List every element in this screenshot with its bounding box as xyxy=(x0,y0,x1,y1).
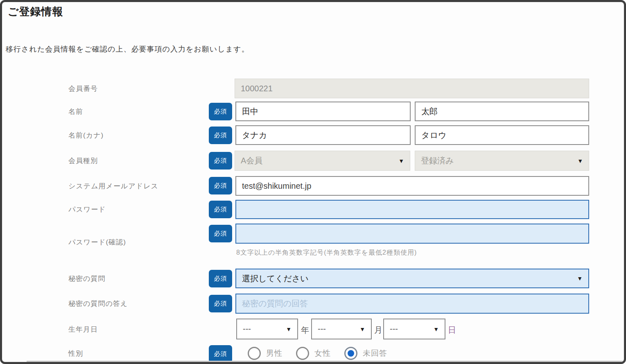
gender-radio-female[interactable]: 女性 xyxy=(296,347,331,360)
secret-answer-field[interactable] xyxy=(235,294,589,314)
last-kana-field[interactable] xyxy=(235,125,411,145)
chevron-down-icon: ▼ xyxy=(286,326,292,332)
member-status-value: 登録済み xyxy=(421,155,454,166)
required-badge: 必須 xyxy=(209,127,232,144)
month-suffix-label: 月 xyxy=(374,325,382,336)
required-badge: 必須 xyxy=(209,103,232,120)
registration-page: ご登録情報 移行された会員情報をご確認の上、必要事項の入力をお願いします。 会員… xyxy=(2,2,624,362)
year-suffix-label: 年 xyxy=(301,325,309,336)
birth-day-value: --- xyxy=(390,324,398,334)
secret-question-value: 選択してください xyxy=(242,273,309,284)
required-badge: 必須 xyxy=(209,295,232,312)
birth-month-value: --- xyxy=(318,324,326,334)
required-badge: 必須 xyxy=(209,177,232,194)
last-name-field[interactable] xyxy=(235,102,411,121)
kana-label: 名前(カナ) xyxy=(68,131,104,140)
birthdate-label: 生年月日 xyxy=(68,325,98,334)
gender-radio-noanswer[interactable]: 未回答 xyxy=(344,347,387,360)
member-type-label: 会員種別 xyxy=(68,156,98,165)
password-label: パスワード xyxy=(68,205,106,214)
page-subtitle: 移行された会員情報をご確認の上、必要事項の入力をお願いします。 xyxy=(6,44,249,54)
required-badge: 必須 xyxy=(209,270,232,287)
required-badge: 必須 xyxy=(209,201,232,218)
password-field[interactable] xyxy=(235,200,589,219)
radio-circle-icon xyxy=(296,347,309,360)
password-hint: 8文字以上の半角英数字記号(半角英数字を最低2種類使用) xyxy=(236,249,417,257)
required-badge: 必須 xyxy=(209,152,232,170)
required-badge: 必須 xyxy=(209,225,232,242)
member-no-label: 会員番号 xyxy=(68,84,98,93)
gender-option-label: 男性 xyxy=(266,348,282,359)
secret-answer-label: 秘密の質問の答え xyxy=(68,299,128,308)
member-type-select: A会員 ▼ xyxy=(235,151,410,171)
secret-question-select[interactable]: 選択してください ▼ xyxy=(235,269,589,288)
email-label: システム用メールアドレス xyxy=(68,181,158,191)
gender-radio-male[interactable]: 男性 xyxy=(248,347,282,360)
name-label: 名前 xyxy=(68,107,83,116)
first-name-field[interactable] xyxy=(415,102,589,121)
page-title: ご登録情報 xyxy=(8,5,63,19)
gender-label: 性別 xyxy=(68,349,83,358)
next-section-divider xyxy=(27,361,623,364)
member-no-field xyxy=(235,79,589,98)
gender-option-label: 女性 xyxy=(314,348,331,359)
radio-circle-icon xyxy=(248,347,261,360)
screenshot-frame: ご登録情報 移行された会員情報をご確認の上、必要事項の入力をお願いします。 会員… xyxy=(0,0,626,364)
required-badge: 必須 xyxy=(209,345,232,363)
secret-question-label: 秘密の質問 xyxy=(68,274,105,283)
chevron-down-icon: ▼ xyxy=(433,326,439,332)
birth-year-select[interactable]: --- ▼ xyxy=(236,319,298,339)
chevron-down-icon: ▼ xyxy=(359,326,365,332)
email-field[interactable] xyxy=(235,176,589,196)
first-kana-field[interactable] xyxy=(415,125,589,145)
day-suffix-label: 日 xyxy=(448,325,456,336)
birth-month-select[interactable]: --- ▼ xyxy=(311,319,372,339)
password-confirm-label: パスワード(確認) xyxy=(68,237,126,247)
chevron-down-icon: ▼ xyxy=(577,276,583,281)
birth-year-value: --- xyxy=(243,324,251,334)
radio-circle-icon xyxy=(344,347,357,360)
gender-option-label: 未回答 xyxy=(363,348,387,359)
chevron-down-icon: ▼ xyxy=(398,158,404,164)
password-confirm-field[interactable] xyxy=(235,224,589,244)
member-type-value: A会員 xyxy=(241,155,262,166)
chevron-down-icon: ▼ xyxy=(577,158,583,164)
member-status-select: 登録済み ▼ xyxy=(415,151,589,171)
birth-day-select[interactable]: --- ▼ xyxy=(383,319,445,339)
